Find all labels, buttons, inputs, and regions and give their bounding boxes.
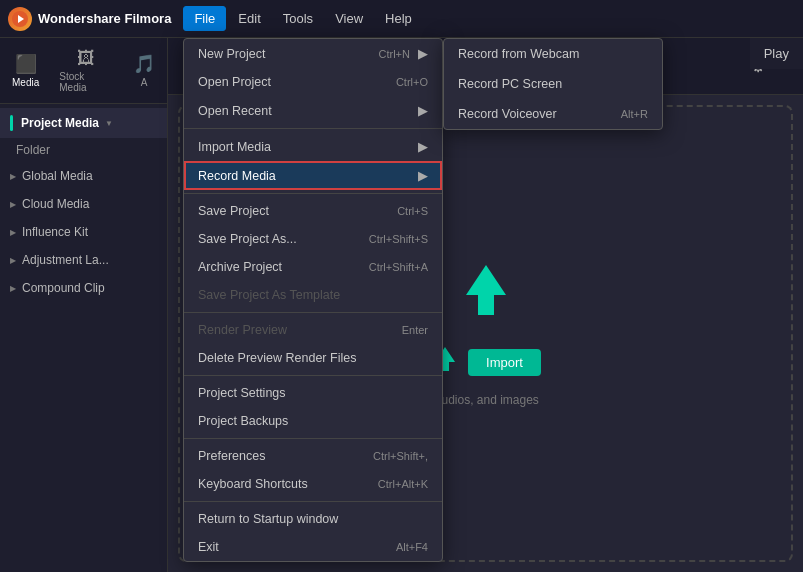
sidebar-label-influence-kit: Influence Kit xyxy=(22,225,88,239)
sidebar-item-folder[interactable]: Folder xyxy=(0,138,167,162)
submenu-record-webcam[interactable]: Record from Webcam xyxy=(444,39,662,69)
sidebar-item-compound-clip[interactable]: ▶ Compound Clip xyxy=(0,274,167,302)
keyboard-shortcuts-label: Keyboard Shortcuts xyxy=(198,477,308,491)
import-media-arrow: ▶ xyxy=(418,139,428,154)
project-backups-label: Project Backups xyxy=(198,414,288,428)
keyboard-shortcuts-shortcut: Ctrl+Alt+K xyxy=(378,478,428,490)
new-project-arrow: ▶ xyxy=(418,46,428,61)
save-project-as-label: Save Project As... xyxy=(198,232,297,246)
save-project-label: Save Project xyxy=(198,204,269,218)
sidebar-label-project-media: Project Media xyxy=(21,116,99,130)
tab-media[interactable]: ⬛ Media xyxy=(4,49,47,92)
menu-file[interactable]: File xyxy=(183,6,226,31)
open-project-label: Open Project xyxy=(198,75,271,89)
audio-icon: 🎵 xyxy=(133,53,155,75)
new-project-label: New Project xyxy=(198,47,265,61)
exit-shortcut: Alt+F4 xyxy=(396,541,428,553)
record-voiceover-shortcut: Alt+R xyxy=(621,108,648,120)
tab-stock-label: Stock Media xyxy=(59,71,113,93)
menu-exit[interactable]: Exit Alt+F4 xyxy=(184,533,442,561)
import-button[interactable]: Import xyxy=(468,349,541,376)
chevron-icon-influence: ▶ xyxy=(10,228,16,237)
media-tabs: ⬛ Media 🖼 Stock Media 🎵 A xyxy=(0,38,167,104)
tab-media-label: Media xyxy=(12,77,39,88)
submenu-record-voiceover[interactable]: Record Voiceover Alt+R xyxy=(444,99,662,129)
sep-5 xyxy=(184,438,442,439)
menu-save-project-as[interactable]: Save Project As... Ctrl+Shift+S xyxy=(184,225,442,253)
menu-archive-project[interactable]: Archive Project Ctrl+Shift+A xyxy=(184,253,442,281)
menu-render-preview: Render Preview Enter xyxy=(184,316,442,344)
menu-bar: File Edit Tools View Help xyxy=(183,6,421,31)
menu-project-backups[interactable]: Project Backups xyxy=(184,407,442,435)
sep-6 xyxy=(184,501,442,502)
chevron-icon-adjustment: ▶ xyxy=(10,256,16,265)
menu-open-recent[interactable]: Open Recent ▶ xyxy=(184,96,442,125)
chevron-icon-cloud: ▶ xyxy=(10,200,16,209)
menu-project-settings[interactable]: Project Settings xyxy=(184,379,442,407)
render-preview-label: Render Preview xyxy=(198,323,287,337)
file-dropdown: New Project Ctrl+N ▶ Open Project Ctrl+O… xyxy=(183,38,443,562)
sidebar-label-adjustment: Adjustment La... xyxy=(22,253,109,267)
preferences-shortcut: Ctrl+Shift+, xyxy=(373,450,428,462)
sep-1 xyxy=(184,128,442,129)
archive-project-label: Archive Project xyxy=(198,260,282,274)
submenu-record-pc-screen[interactable]: Record PC Screen xyxy=(444,69,662,99)
sep-3 xyxy=(184,312,442,313)
sep-2 xyxy=(184,193,442,194)
menu-delete-preview[interactable]: Delete Preview Render Files xyxy=(184,344,442,372)
menu-import-media[interactable]: Import Media ▶ xyxy=(184,132,442,161)
record-media-label: Record Media xyxy=(198,169,276,183)
tab-stock-media[interactable]: 🖼 Stock Media xyxy=(51,44,121,97)
tab-audio[interactable]: 🎵 A xyxy=(125,49,163,92)
svg-marker-2 xyxy=(466,265,506,315)
exit-label: Exit xyxy=(198,540,219,554)
sep-4 xyxy=(184,375,442,376)
save-project-shortcut: Ctrl+S xyxy=(397,205,428,217)
open-project-shortcut: Ctrl+O xyxy=(396,76,428,88)
chevron-icon-compound: ▶ xyxy=(10,284,16,293)
import-row: Import xyxy=(430,344,541,381)
menu-open-project[interactable]: Open Project Ctrl+O xyxy=(184,68,442,96)
play-area: Play xyxy=(750,38,803,69)
sidebar-nav: Project Media ▼ Folder ▶ Global Media ▶ … xyxy=(0,104,167,572)
menu-keyboard-shortcuts[interactable]: Keyboard Shortcuts Ctrl+Alt+K xyxy=(184,470,442,498)
sidebar-item-global-media[interactable]: ▶ Global Media xyxy=(0,162,167,190)
sidebar-item-project-media[interactable]: Project Media ▼ xyxy=(0,108,167,138)
menu-return-startup[interactable]: Return to Startup window xyxy=(184,505,442,533)
chevron-icon-global: ▶ xyxy=(10,172,16,181)
sidebar-item-influence-kit[interactable]: ▶ Influence Kit xyxy=(0,218,167,246)
save-project-as-shortcut: Ctrl+Shift+S xyxy=(369,233,428,245)
preferences-label: Preferences xyxy=(198,449,265,463)
return-startup-label: Return to Startup window xyxy=(198,512,338,526)
menu-tools[interactable]: Tools xyxy=(273,7,323,30)
record-pc-screen-label: Record PC Screen xyxy=(458,77,562,91)
tab-audio-label: A xyxy=(141,77,148,88)
menu-save-project-template: Save Project As Template xyxy=(184,281,442,309)
project-settings-label: Project Settings xyxy=(198,386,286,400)
app-name: Wondershare Filmora xyxy=(38,11,171,26)
record-media-arrow: ▶ xyxy=(418,168,428,183)
sidebar-label-global-media: Global Media xyxy=(22,169,93,183)
render-preview-shortcut: Enter xyxy=(402,324,428,336)
save-template-label: Save Project As Template xyxy=(198,288,340,302)
chevron-icon-project-media: ▼ xyxy=(105,119,113,128)
new-project-shortcut: Ctrl+N xyxy=(379,48,410,60)
record-webcam-label: Record from Webcam xyxy=(458,47,579,61)
sidebar-item-adjustment[interactable]: ▶ Adjustment La... xyxy=(0,246,167,274)
open-recent-arrow: ▶ xyxy=(418,103,428,118)
menu-new-project[interactable]: New Project Ctrl+N ▶ xyxy=(184,39,442,68)
sidebar-item-cloud-media[interactable]: ▶ Cloud Media xyxy=(0,190,167,218)
sidebar-label-compound-clip: Compound Clip xyxy=(22,281,105,295)
menu-view[interactable]: View xyxy=(325,7,373,30)
open-recent-label: Open Recent xyxy=(198,104,272,118)
sidebar-label-cloud-media: Cloud Media xyxy=(22,197,89,211)
app-logo-icon xyxy=(8,7,32,31)
menu-edit[interactable]: Edit xyxy=(228,7,270,30)
menu-save-project[interactable]: Save Project Ctrl+S xyxy=(184,197,442,225)
import-media-label: Import Media xyxy=(198,140,271,154)
delete-preview-label: Delete Preview Render Files xyxy=(198,351,356,365)
menu-help[interactable]: Help xyxy=(375,7,422,30)
menu-record-media[interactable]: Record Media ▶ xyxy=(184,161,442,190)
menu-preferences[interactable]: Preferences Ctrl+Shift+, xyxy=(184,442,442,470)
top-bar: Wondershare Filmora File Edit Tools View… xyxy=(0,0,803,38)
